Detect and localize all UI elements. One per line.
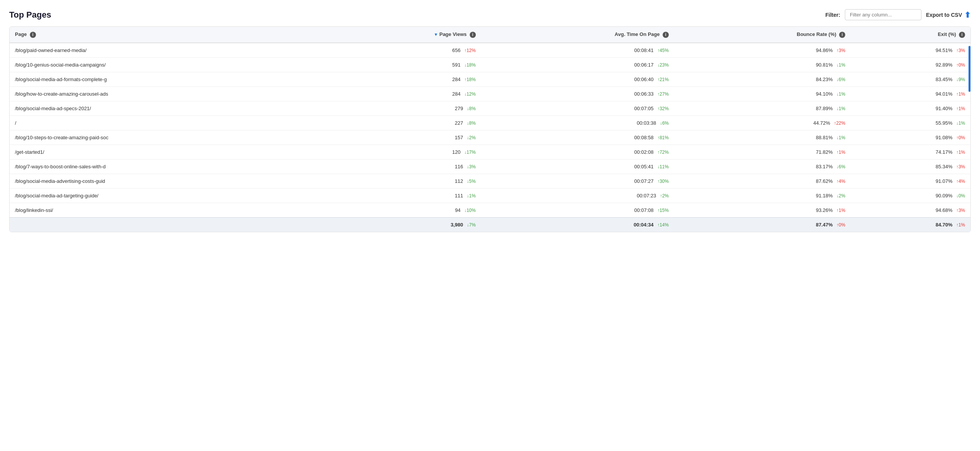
page-views-cell: 284 ↑18% [320, 72, 481, 86]
ex-change: ↑4% [956, 179, 965, 184]
table-row: /blog/social-media-ad-specs-2021/ 279 ↓8… [10, 101, 970, 116]
avg-time-cell: 00:07:27 ↑30% [481, 174, 674, 188]
page-url: /blog/10-steps-to-create-amazing-paid-so… [10, 130, 320, 145]
at-change: ↑21% [657, 77, 669, 82]
at-change: ↓23% [657, 62, 669, 68]
col-avg-time: Avg. Time On Page i [481, 27, 674, 43]
ex-change: ↓0% [956, 193, 965, 199]
table-row: /blog/7-ways-to-boost-online-sales-with-… [10, 159, 970, 174]
at-change: ↑32% [657, 106, 669, 111]
page-url: /blog/linkedin-ssi/ [10, 203, 320, 217]
avg-time-cell: 00:08:58 ↑81% [481, 130, 674, 145]
at-change: ↑45% [657, 48, 669, 53]
page-views-cell: 120 ↓17% [320, 145, 481, 159]
exit-cell: 74.17% ↑1% [851, 145, 970, 159]
avg-time-cell: 00:07:05 ↑32% [481, 101, 674, 116]
col-exit-label: Exit (%) [938, 31, 956, 37]
ex-change: ↑0% [956, 135, 965, 140]
page-url: /blog/how-to-create-amazing-carousel-ads [10, 86, 320, 101]
table-row: /blog/how-to-create-amazing-carousel-ads… [10, 86, 970, 101]
ex-change: ↑1% [956, 91, 965, 97]
avg-time-cell: 00:07:08 ↑15% [481, 203, 674, 217]
at-change: ↑27% [657, 91, 669, 97]
table-row: /blog/paid-owned-earned-media/ 656 ↑12% … [10, 43, 970, 58]
page-views-info-icon[interactable]: i [470, 32, 476, 38]
pv-change: ↓10% [464, 208, 476, 213]
exit-cell: 94.01% ↑1% [851, 86, 970, 101]
pv-change: ↓3% [467, 164, 475, 169]
export-button[interactable]: Export to CSV ⬆ [926, 10, 971, 20]
table-row: /blog/10-genius-social-media-campaigns/ … [10, 57, 970, 72]
pv-change: ↑12% [464, 48, 476, 53]
page-views-cell: 591 ↓18% [320, 57, 481, 72]
ex-change: ↓9% [956, 77, 965, 82]
footer-avg-time: 00:04:34 ↑14% [481, 217, 674, 232]
table-header-row: Page i ▼ Page Views i Avg. Time On Page … [10, 27, 970, 43]
bounce-rate-cell: 87.89% ↓1% [674, 101, 851, 116]
pv-change: ↓12% [464, 91, 476, 97]
exit-cell: 92.89% ↑0% [851, 57, 970, 72]
ex-change: ↑0% [956, 62, 965, 68]
page-info-icon[interactable]: i [30, 32, 36, 38]
col-bounce-rate-label: Bounce Rate (%) [797, 31, 836, 37]
exit-info-icon[interactable]: i [959, 32, 965, 38]
br-change: ↓6% [836, 77, 845, 82]
avg-time-cell: 00:06:17 ↓23% [481, 57, 674, 72]
avg-time-cell: 00:02:08 ↑72% [481, 145, 674, 159]
col-exit: Exit (%) i [851, 27, 970, 43]
page-views-cell: 279 ↓8% [320, 101, 481, 116]
bounce-rate-cell: 84.23% ↓6% [674, 72, 851, 86]
exit-cell: 94.51% ↑3% [851, 43, 970, 58]
bounce-rate-cell: 94.86% ↑3% [674, 43, 851, 58]
br-change: ↓1% [836, 106, 845, 111]
br-change: ↓1% [836, 135, 845, 140]
at-change: ↑81% [657, 135, 669, 140]
br-change: ↑3% [836, 48, 845, 53]
pv-change: ↓18% [464, 62, 476, 68]
ex-change: ↑3% [956, 208, 965, 213]
table-row: /blog/10-steps-to-create-amazing-paid-so… [10, 130, 970, 145]
page-url: /blog/social-media-ad-specs-2021/ [10, 101, 320, 116]
pv-change: ↓2% [467, 135, 475, 140]
table-row: /get-started1/ 120 ↓17% 00:02:08 ↑72% 71… [10, 145, 970, 159]
exit-cell: 55.95% ↓1% [851, 116, 970, 130]
avg-time-cell: 00:05:41 ↓11% [481, 159, 674, 174]
col-avg-time-label: Avg. Time On Page [615, 31, 660, 37]
exit-cell: 91.07% ↑4% [851, 174, 970, 188]
header-controls: Filter: Export to CSV ⬆ [825, 9, 971, 20]
footer-exit: 84.70% ↑1% [851, 217, 970, 232]
scrollbar[interactable] [969, 46, 970, 92]
ex-change: ↑1% [956, 106, 965, 111]
col-page-views-label: Page Views [439, 31, 467, 37]
ex-change: ↓1% [956, 120, 965, 126]
page-title: Top Pages [9, 10, 51, 20]
avg-time-info-icon[interactable]: i [663, 32, 669, 38]
bounce-rate-cell: 44.72% ↑22% [674, 116, 851, 130]
footer-br-change: ↑0% [836, 222, 845, 228]
pv-change: ↓8% [467, 120, 475, 126]
page-url: /blog/10-genius-social-media-campaigns/ [10, 57, 320, 72]
table-body: /blog/paid-owned-earned-media/ 656 ↑12% … [10, 43, 970, 218]
bounce-rate-info-icon[interactable]: i [839, 32, 845, 38]
at-change: ↑2% [660, 193, 669, 199]
exit-cell: 90.09% ↓0% [851, 188, 970, 203]
br-change: ↓1% [836, 91, 845, 97]
footer-page [10, 217, 320, 232]
filter-input[interactable] [845, 9, 921, 20]
pv-change: ↓8% [467, 106, 475, 111]
page-url: /blog/paid-owned-earned-media/ [10, 43, 320, 58]
at-change: ↑30% [657, 179, 669, 184]
exit-cell: 94.68% ↑3% [851, 203, 970, 217]
bounce-rate-cell: 94.10% ↓1% [674, 86, 851, 101]
sort-icon[interactable]: ▼ [434, 32, 438, 37]
page-url: /blog/social-media-ad-formats-complete-g [10, 72, 320, 86]
pv-change: ↓5% [467, 179, 475, 184]
exit-cell: 85.34% ↑3% [851, 159, 970, 174]
page-header: Top Pages Filter: Export to CSV ⬆ [9, 9, 971, 20]
table-row: /blog/social-media-advertising-costs-gui… [10, 174, 970, 188]
page-views-cell: 284 ↓12% [320, 86, 481, 101]
avg-time-cell: 00:03:38 ↓6% [481, 116, 674, 130]
top-pages-table: Page i ▼ Page Views i Avg. Time On Page … [10, 27, 970, 232]
avg-time-cell: 00:06:40 ↑21% [481, 72, 674, 86]
br-change: ↑1% [836, 208, 845, 213]
